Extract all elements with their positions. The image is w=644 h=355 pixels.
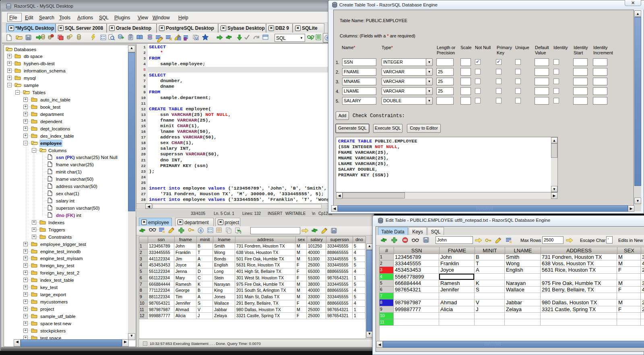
svg-text:S: S: [200, 229, 202, 233]
svg-text:U: U: [195, 36, 198, 40]
